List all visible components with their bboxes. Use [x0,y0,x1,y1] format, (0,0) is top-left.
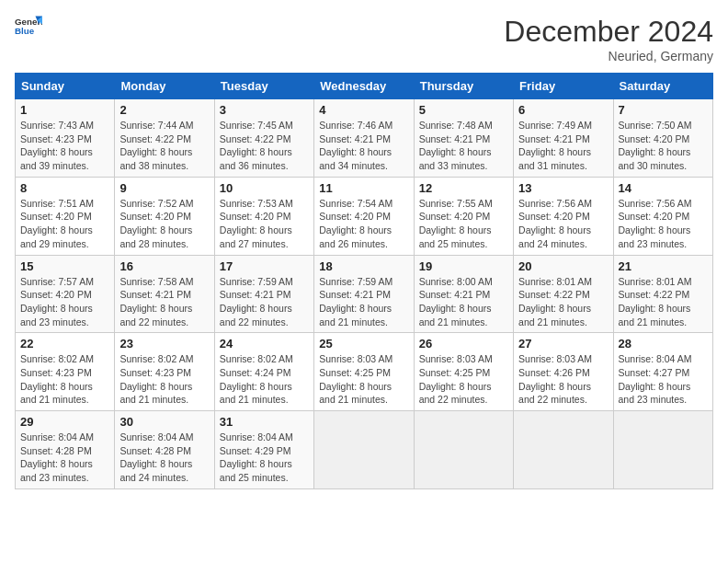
calendar-cell: 2 Sunrise: 7:44 AM Sunset: 4:22 PM Dayli… [115,99,214,178]
day-detail: Sunrise: 7:50 AM Sunset: 4:20 PM Dayligh… [619,119,708,173]
calendar-cell: 4 Sunrise: 7:46 AM Sunset: 4:21 PM Dayli… [314,99,414,178]
day-detail: Sunrise: 7:49 AM Sunset: 4:21 PM Dayligh… [518,119,608,173]
calendar-cell: 19 Sunrise: 8:00 AM Sunset: 4:21 PM Dayl… [414,255,513,333]
calendar-week-1: 1 Sunrise: 7:43 AM Sunset: 4:23 PM Dayli… [16,99,713,178]
calendar-cell: 9 Sunrise: 7:52 AM Sunset: 4:20 PM Dayli… [115,177,214,255]
day-number: 5 [419,103,508,117]
calendar-cell: 5 Sunrise: 7:48 AM Sunset: 4:21 PM Dayli… [414,99,513,178]
day-detail: Sunrise: 8:01 AM Sunset: 4:22 PM Dayligh… [518,275,608,329]
weekday-header-sunday: Sunday [16,74,115,99]
day-detail: Sunrise: 8:01 AM Sunset: 4:22 PM Dayligh… [619,275,708,329]
day-number: 1 [20,103,109,117]
day-detail: Sunrise: 8:04 AM Sunset: 4:28 PM Dayligh… [119,431,209,485]
day-detail: Sunrise: 8:04 AM Sunset: 4:27 PM Dayligh… [619,352,708,407]
day-detail: Sunrise: 7:57 AM Sunset: 4:20 PM Dayligh… [20,275,109,329]
day-detail: Sunrise: 7:56 AM Sunset: 4:20 PM Dayligh… [518,197,608,251]
day-number: 28 [619,337,708,350]
day-detail: Sunrise: 7:54 AM Sunset: 4:20 PM Dayligh… [319,197,408,251]
day-detail: Sunrise: 8:03 AM Sunset: 4:25 PM Dayligh… [419,352,508,407]
calendar-cell: 22 Sunrise: 8:02 AM Sunset: 4:23 PM Dayl… [16,333,115,411]
calendar-cell: 17 Sunrise: 7:59 AM Sunset: 4:21 PM Dayl… [214,255,313,333]
day-number: 10 [220,181,309,195]
day-number: 30 [119,415,209,429]
day-detail: Sunrise: 7:45 AM Sunset: 4:22 PM Dayligh… [220,119,309,173]
day-detail: Sunrise: 7:58 AM Sunset: 4:21 PM Dayligh… [119,275,209,329]
calendar-cell: 24 Sunrise: 8:02 AM Sunset: 4:24 PM Dayl… [214,333,313,411]
day-detail: Sunrise: 8:00 AM Sunset: 4:21 PM Dayligh… [419,275,508,329]
calendar-cell: 23 Sunrise: 8:02 AM Sunset: 4:23 PM Dayl… [115,333,214,411]
calendar-cell: 15 Sunrise: 7:57 AM Sunset: 4:20 PM Dayl… [16,255,115,333]
calendar-cell: 1 Sunrise: 7:43 AM Sunset: 4:23 PM Dayli… [16,99,115,178]
calendar-week-5: 29 Sunrise: 8:04 AM Sunset: 4:28 PM Dayl… [16,411,713,489]
calendar-table: SundayMondayTuesdayWednesdayThursdayFrid… [15,73,713,489]
calendar-week-4: 22 Sunrise: 8:02 AM Sunset: 4:23 PM Dayl… [16,333,713,411]
day-number: 14 [619,181,708,195]
day-number: 6 [518,103,608,117]
day-detail: Sunrise: 8:02 AM Sunset: 4:23 PM Dayligh… [119,352,209,407]
day-detail: Sunrise: 8:03 AM Sunset: 4:25 PM Dayligh… [319,352,408,407]
weekday-header-monday: Monday [115,74,214,99]
day-detail: Sunrise: 7:51 AM Sunset: 4:20 PM Dayligh… [20,197,109,251]
day-number: 25 [319,337,408,350]
calendar-week-3: 15 Sunrise: 7:57 AM Sunset: 4:20 PM Dayl… [16,255,713,333]
svg-text:Blue: Blue [15,26,35,36]
day-detail: Sunrise: 7:59 AM Sunset: 4:21 PM Dayligh… [220,275,309,329]
day-number: 18 [319,259,408,273]
weekday-header-wednesday: Wednesday [314,74,414,99]
day-number: 17 [220,259,309,273]
title-section: December 2024 Neuried, Germany [504,15,713,63]
weekday-header-saturday: Saturday [613,74,712,99]
day-number: 13 [518,181,608,195]
day-detail: Sunrise: 7:52 AM Sunset: 4:20 PM Dayligh… [119,197,209,251]
weekday-header-tuesday: Tuesday [214,74,313,99]
day-number: 22 [20,337,109,350]
day-detail: Sunrise: 7:56 AM Sunset: 4:20 PM Dayligh… [619,197,708,251]
calendar-cell: 20 Sunrise: 8:01 AM Sunset: 4:22 PM Dayl… [514,255,613,333]
calendar-cell: 13 Sunrise: 7:56 AM Sunset: 4:20 PM Dayl… [514,177,613,255]
day-number: 23 [119,337,209,350]
day-number: 21 [619,259,708,273]
day-detail: Sunrise: 7:46 AM Sunset: 4:21 PM Dayligh… [319,119,408,173]
calendar-cell [613,411,712,489]
day-detail: Sunrise: 8:02 AM Sunset: 4:24 PM Dayligh… [220,352,309,407]
calendar-cell [314,411,414,489]
day-detail: Sunrise: 7:59 AM Sunset: 4:21 PM Dayligh… [319,275,408,329]
calendar-cell: 31 Sunrise: 8:04 AM Sunset: 4:29 PM Dayl… [214,411,313,489]
calendar-cell: 10 Sunrise: 7:53 AM Sunset: 4:20 PM Dayl… [214,177,313,255]
calendar-cell [414,411,513,489]
day-detail: Sunrise: 8:04 AM Sunset: 4:28 PM Dayligh… [20,431,109,485]
day-detail: Sunrise: 7:55 AM Sunset: 4:20 PM Dayligh… [419,197,508,251]
day-number: 26 [419,337,508,350]
calendar-cell: 8 Sunrise: 7:51 AM Sunset: 4:20 PM Dayli… [16,177,115,255]
calendar-cell: 21 Sunrise: 8:01 AM Sunset: 4:22 PM Dayl… [613,255,712,333]
day-number: 16 [119,259,209,273]
day-detail: Sunrise: 7:43 AM Sunset: 4:23 PM Dayligh… [20,119,109,173]
calendar-cell: 28 Sunrise: 8:04 AM Sunset: 4:27 PM Dayl… [613,333,712,411]
day-number: 4 [319,103,408,117]
calendar-cell: 25 Sunrise: 8:03 AM Sunset: 4:25 PM Dayl… [314,333,414,411]
day-number: 9 [119,181,209,195]
calendar-cell: 18 Sunrise: 7:59 AM Sunset: 4:21 PM Dayl… [314,255,414,333]
calendar-week-2: 8 Sunrise: 7:51 AM Sunset: 4:20 PM Dayli… [16,177,713,255]
day-number: 7 [619,103,708,117]
calendar-cell: 30 Sunrise: 8:04 AM Sunset: 4:28 PM Dayl… [115,411,214,489]
calendar-cell: 26 Sunrise: 8:03 AM Sunset: 4:25 PM Dayl… [414,333,513,411]
day-number: 31 [220,415,309,429]
day-number: 12 [419,181,508,195]
calendar-cell: 12 Sunrise: 7:55 AM Sunset: 4:20 PM Dayl… [414,177,513,255]
calendar-cell: 29 Sunrise: 8:04 AM Sunset: 4:28 PM Dayl… [16,411,115,489]
day-number: 15 [20,259,109,273]
calendar-cell [514,411,613,489]
logo: General Blue [15,15,42,37]
day-detail: Sunrise: 8:02 AM Sunset: 4:23 PM Dayligh… [20,352,109,407]
day-number: 19 [419,259,508,273]
day-number: 8 [20,181,109,195]
day-number: 29 [20,415,109,429]
day-number: 3 [220,103,309,117]
calendar-cell: 7 Sunrise: 7:50 AM Sunset: 4:20 PM Dayli… [613,99,712,178]
day-number: 27 [518,337,608,350]
day-detail: Sunrise: 8:04 AM Sunset: 4:29 PM Dayligh… [220,431,309,485]
weekday-header-friday: Friday [514,74,613,99]
day-number: 11 [319,181,408,195]
day-number: 2 [119,103,209,117]
